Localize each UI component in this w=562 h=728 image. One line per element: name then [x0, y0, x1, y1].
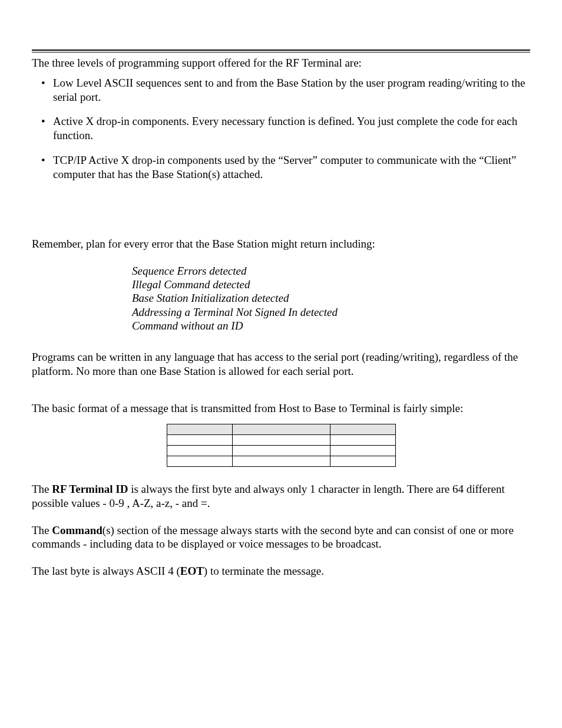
table-row: [167, 446, 395, 456]
eot-bold: EOT: [180, 565, 204, 577]
document-page: The three levels of programming support …: [0, 0, 562, 728]
error-item: Illegal Command detected: [132, 278, 530, 291]
text: (s) section of the message always starts…: [32, 524, 514, 551]
rfid-bold: RF Terminal ID: [52, 483, 128, 495]
spacer: [32, 210, 530, 237]
eot-paragraph: The last byte is always ASCII 4 (EOT) to…: [32, 564, 530, 578]
table-cell: [232, 446, 330, 456]
spacer: [32, 391, 530, 401]
rule-top: [32, 50, 530, 51]
message-format-table: [167, 424, 396, 467]
table-cell: [330, 435, 395, 446]
table-cell: [232, 435, 330, 446]
table-row: [167, 456, 395, 467]
remember-paragraph: Remember, plan for every error that the …: [32, 237, 530, 251]
error-item: Base Station Initialization detected: [132, 291, 530, 305]
error-item: Sequence Errors detected: [132, 264, 530, 278]
text: The: [32, 483, 52, 495]
list-item: Low Level ASCII sequences sent to and fr…: [38, 76, 530, 104]
table-cell: [167, 446, 232, 456]
table-cell: [330, 446, 395, 456]
table-header-cell: [167, 424, 232, 435]
rfid-paragraph: The RF Terminal ID is always the first b…: [32, 482, 530, 510]
table-row: [167, 435, 395, 446]
text: ) to terminate the message.: [204, 565, 324, 577]
list-item: TCP/IP Active X drop-in components used …: [38, 153, 530, 182]
error-item: Command without an ID: [132, 319, 530, 332]
list-item: Active X drop-in components. Every neces…: [38, 114, 530, 143]
support-levels-list: Low Level ASCII sequences sent to and fr…: [32, 76, 530, 182]
table-header-row: [167, 424, 395, 435]
format-intro-paragraph: The basic format of a message that is tr…: [32, 401, 530, 416]
table-cell: [330, 456, 395, 467]
table-header-cell: [330, 424, 395, 435]
rule-bottom: [32, 52, 530, 52]
text: The last byte is always ASCII 4 (: [32, 565, 180, 577]
errors-block: Sequence Errors detected Illegal Command…: [132, 264, 530, 332]
table-cell: [167, 456, 232, 467]
table-cell: [167, 435, 232, 446]
text: The: [32, 524, 52, 536]
command-bold: Command: [52, 524, 103, 536]
command-paragraph: The Command(s) section of the message al…: [32, 523, 530, 552]
programs-paragraph: Programs can be written in any language …: [32, 350, 530, 378]
table-header-cell: [232, 424, 330, 435]
intro-paragraph: The three levels of programming support …: [32, 56, 530, 70]
table-cell: [232, 456, 330, 467]
error-item: Addressing a Terminal Not Signed In dete…: [132, 305, 530, 319]
